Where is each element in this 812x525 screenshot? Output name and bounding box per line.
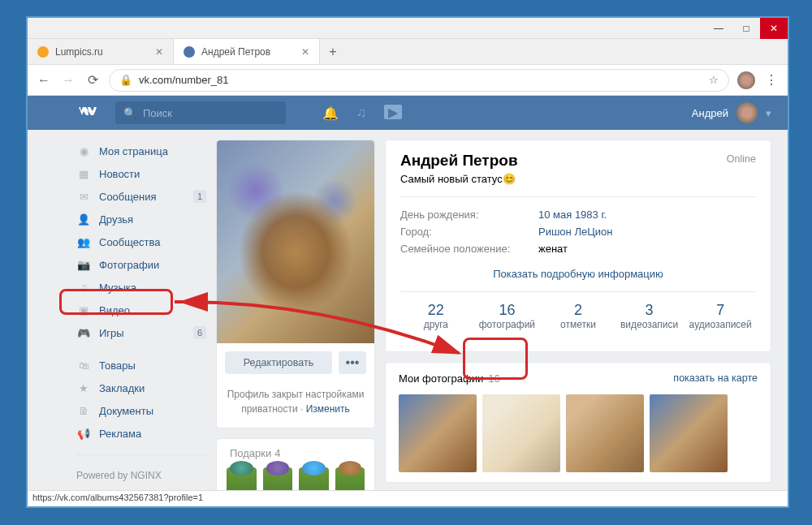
ads-icon: 📢	[76, 428, 91, 440]
sidebar-item-label: Новости	[99, 168, 140, 180]
sidebar-item-label: Реклама	[99, 428, 141, 440]
sidebar-item-label: Моя страница	[99, 145, 168, 157]
window-maximize-button[interactable]: □	[732, 18, 760, 39]
favicon-icon	[184, 46, 195, 58]
page-layout: ◉Моя страница ▦Новости ✉Сообщения1 👤Друз…	[28, 130, 788, 506]
address-bar[interactable]: 🔒 vk.com/number_81 ☆	[109, 69, 729, 92]
browser-menu-button[interactable]: ⋮	[763, 72, 780, 88]
music-icon[interactable]: ♫	[353, 105, 369, 121]
privacy-change-link[interactable]: Изменить	[306, 403, 350, 415]
music-icon: ♫	[76, 282, 91, 294]
browser-profile-avatar[interactable]	[737, 71, 755, 89]
sidebar-item-market[interactable]: 🛍Товары	[76, 354, 206, 377]
sidebar-item-docs[interactable]: 🗎Документы	[76, 399, 206, 422]
sidebar-item-games[interactable]: 🎮Игры6	[76, 321, 206, 344]
window-minimize-button[interactable]: —	[705, 18, 732, 39]
tab-label: Андрей Петров	[201, 46, 270, 58]
info-val[interactable]: 10 мая 1983 г.	[538, 209, 607, 221]
sidebar-item-label: Видео	[99, 304, 130, 316]
sidebar-item-my-page[interactable]: ◉Моя страница	[76, 140, 206, 162]
photos-count: 16	[488, 372, 499, 385]
url-text: vk.com/number_81	[139, 74, 229, 86]
counter-videos[interactable]: 3видеозаписи	[614, 292, 685, 340]
doc-icon: 🗎	[76, 405, 91, 417]
sidebar-item-news[interactable]: ▦Новости	[76, 162, 206, 185]
badge: 6	[193, 326, 206, 339]
star-icon: ★	[76, 382, 91, 394]
photos-card: Мои фотографии 16 показать на карте	[385, 362, 771, 483]
tab-strip: Lumpics.ru ✕ Андрей Петров ✕ +	[28, 39, 788, 65]
header-username: Андрей	[692, 107, 728, 119]
photos-title: Мои фотографии	[399, 372, 483, 385]
favicon-icon	[37, 46, 49, 58]
sidebar-item-groups[interactable]: 👥Сообщества	[76, 230, 206, 253]
vk-logo-icon[interactable]	[76, 101, 99, 124]
counters-row: 22друга 16фотографий 2отметки 3видеозапи…	[400, 291, 756, 340]
news-icon: ▦	[76, 168, 91, 180]
info-key: Семейное положение:	[400, 243, 538, 255]
sidebar-item-label: Сообщения	[99, 191, 157, 203]
sidebar-item-bookmarks[interactable]: ★Закладки	[76, 377, 206, 399]
sidebar-item-ads[interactable]: 📢Реклама	[76, 422, 206, 445]
sidebar-item-label: Игры	[99, 327, 124, 339]
groups-icon: 👥	[76, 236, 91, 248]
reload-button[interactable]: ⟳	[84, 72, 101, 88]
edit-row: Редактировать •••	[217, 343, 374, 382]
profile-status[interactable]: Самый новый статус😊	[400, 173, 756, 185]
counter-friends[interactable]: 22друга	[400, 292, 472, 340]
games-icon: 🎮	[76, 327, 91, 339]
search-placeholder: Поиск	[143, 107, 172, 119]
photo-thumb[interactable]	[399, 394, 477, 472]
page-content: 🔍 Поиск 🔔 ♫ ▶ Андрей ▾ ◉Моя страница ▦Но…	[28, 96, 788, 506]
home-icon: ◉	[76, 145, 91, 157]
forward-button[interactable]: →	[60, 72, 76, 88]
counter-audio[interactable]: 7аудиозаписей	[685, 292, 756, 340]
tab-close-icon[interactable]: ✕	[155, 46, 163, 58]
camera-icon: 📷	[76, 259, 91, 271]
profile-photo[interactable]	[217, 140, 374, 343]
titlebar: — □ ✕	[28, 18, 788, 39]
bookmark-star-icon[interactable]: ☆	[709, 74, 719, 86]
photo-thumb[interactable]	[482, 394, 560, 472]
show-more-link[interactable]: Показать подробную информацию	[400, 268, 756, 280]
sidebar-item-friends[interactable]: 👤Друзья	[76, 208, 206, 230]
photo-thumb[interactable]	[566, 394, 644, 472]
sidebar-item-label: Друзья	[99, 213, 133, 226]
search-input[interactable]: 🔍 Поиск	[115, 101, 286, 124]
friends-icon: 👤	[76, 213, 91, 226]
window-close-button[interactable]: ✕	[760, 18, 788, 39]
notifications-icon[interactable]: 🔔	[322, 105, 339, 121]
sidebar-item-video[interactable]: ▣Видео	[76, 299, 206, 321]
photo-thumb[interactable]	[650, 394, 728, 472]
tab-close-icon[interactable]: ✕	[301, 46, 309, 58]
vk-header: 🔍 Поиск 🔔 ♫ ▶ Андрей ▾	[28, 96, 788, 130]
counter-tags[interactable]: 2отметки	[542, 292, 614, 340]
address-bar-row: ← → ⟳ 🔒 vk.com/number_81 ☆ ⋮	[28, 65, 788, 96]
play-icon[interactable]: ▶	[384, 105, 402, 119]
avatar	[736, 102, 758, 123]
back-button[interactable]: ←	[36, 72, 52, 88]
sidebar-item-label: Сообщества	[99, 236, 161, 248]
header-icons: 🔔 ♫ ▶	[322, 105, 402, 121]
header-user[interactable]: Андрей ▾	[692, 102, 771, 123]
sidebar-item-messages[interactable]: ✉Сообщения1	[76, 185, 206, 208]
profile-main-column: Online Андрей Петров Самый новый статус😊…	[385, 140, 771, 506]
counter-photos[interactable]: 16фотографий	[472, 292, 543, 340]
info-val[interactable]: Ришон ЛеЦион	[538, 226, 612, 238]
sidebar-item-music[interactable]: ♫Музыка	[76, 276, 206, 299]
new-tab-button[interactable]: +	[320, 39, 346, 64]
tab-vk-profile[interactable]: Андрей Петров ✕	[174, 39, 320, 64]
show-on-map-link[interactable]: показать на карте	[673, 372, 758, 385]
tab-lumpics[interactable]: Lumpics.ru ✕	[28, 39, 174, 64]
edit-button[interactable]: Редактировать	[225, 351, 332, 374]
browser-window: — □ ✕ Lumpics.ru ✕ Андрей Петров ✕ + ← →…	[28, 18, 788, 506]
sidebar-item-label: Документы	[99, 405, 153, 417]
sidebar: ◉Моя страница ▦Новости ✉Сообщения1 👤Друз…	[76, 140, 206, 506]
info-key: День рождения:	[400, 209, 538, 221]
more-button[interactable]: •••	[339, 351, 366, 374]
sidebar-item-photos[interactable]: 📷Фотографии	[76, 253, 206, 276]
gifts-count: 4	[274, 447, 280, 459]
message-icon: ✉	[76, 191, 91, 203]
profile-photo-card: Редактировать ••• Профиль закрыт настрой…	[216, 140, 375, 428]
badge: 1	[193, 190, 206, 203]
